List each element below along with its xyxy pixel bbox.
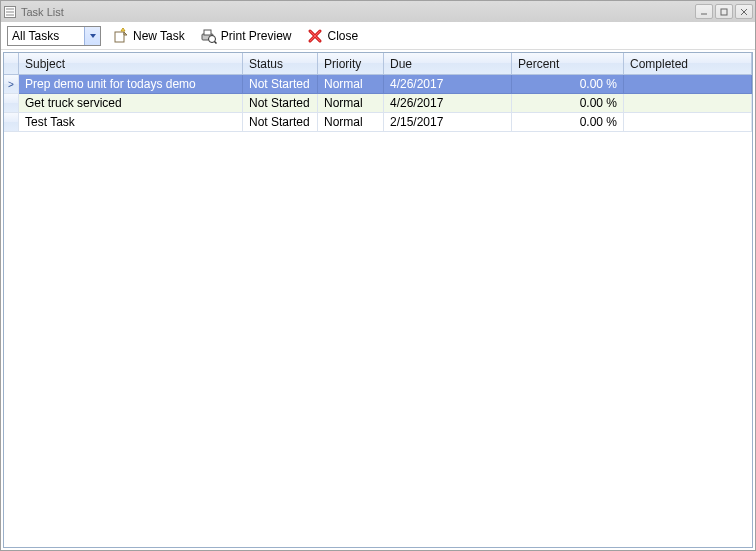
cell-percent: 0.00 % — [512, 94, 624, 113]
svg-rect-13 — [204, 30, 211, 35]
new-task-icon — [113, 28, 129, 44]
cell-percent: 0.00 % — [512, 75, 624, 94]
window-controls — [695, 4, 753, 19]
svg-point-14 — [208, 35, 215, 42]
svg-rect-5 — [721, 9, 727, 15]
column-percent[interactable]: Percent — [512, 53, 624, 74]
cell-priority: Normal — [318, 113, 384, 132]
print-preview-icon — [201, 28, 217, 44]
column-priority[interactable]: Priority — [318, 53, 384, 74]
filter-combobox[interactable]: All Tasks — [7, 26, 101, 46]
column-status[interactable]: Status — [243, 53, 318, 74]
cell-priority: Normal — [318, 75, 384, 94]
toolbar: All Tasks New Task — [1, 22, 755, 50]
svg-line-15 — [214, 41, 216, 43]
window-title: Task List — [21, 6, 695, 18]
svg-marker-10 — [124, 32, 127, 35]
titlebar: Task List — [1, 1, 755, 22]
cell-status: Not Started — [243, 94, 318, 113]
filter-combobox-text: All Tasks — [8, 29, 84, 43]
column-completed[interactable]: Completed — [624, 53, 752, 74]
print-preview-label: Print Preview — [221, 29, 292, 43]
grid-body[interactable]: >Prep demo unit for todays demoNot Start… — [4, 75, 752, 547]
column-indicator[interactable] — [4, 53, 19, 74]
svg-marker-11 — [121, 28, 125, 31]
cell-status: Not Started — [243, 75, 318, 94]
table-row[interactable]: >Prep demo unit for todays demoNot Start… — [4, 75, 752, 94]
close-button[interactable]: Close — [303, 25, 362, 47]
cell-completed — [624, 113, 752, 132]
app-icon — [3, 5, 17, 19]
new-task-button[interactable]: New Task — [109, 25, 189, 47]
cell-due: 2/15/2017 — [384, 113, 512, 132]
cell-priority: Normal — [318, 94, 384, 113]
svg-marker-8 — [90, 34, 96, 38]
row-indicator: > — [4, 75, 19, 94]
minimize-button[interactable] — [695, 4, 713, 19]
cell-due: 4/26/2017 — [384, 75, 512, 94]
cell-subject: Test Task — [19, 113, 243, 132]
task-list-window: Task List All Tasks — [0, 0, 756, 551]
close-label: Close — [327, 29, 358, 43]
close-window-button[interactable] — [735, 4, 753, 19]
row-indicator — [4, 94, 19, 113]
cell-due: 4/26/2017 — [384, 94, 512, 113]
cell-percent: 0.00 % — [512, 113, 624, 132]
row-indicator — [4, 113, 19, 132]
cell-completed — [624, 75, 752, 94]
cell-subject: Prep demo unit for todays demo — [19, 75, 243, 94]
print-preview-button[interactable]: Print Preview — [197, 25, 296, 47]
new-task-label: New Task — [133, 29, 185, 43]
cell-subject: Get truck serviced — [19, 94, 243, 113]
task-grid: Subject Status Priority Due Percent Comp… — [3, 52, 753, 548]
table-row[interactable]: Test TaskNot StartedNormal2/15/20170.00 … — [4, 113, 752, 132]
column-subject[interactable]: Subject — [19, 53, 243, 74]
column-due[interactable]: Due — [384, 53, 512, 74]
close-icon — [307, 28, 323, 44]
cell-completed — [624, 94, 752, 113]
svg-rect-9 — [115, 32, 124, 42]
table-row[interactable]: Get truck servicedNot StartedNormal4/26/… — [4, 94, 752, 113]
chevron-down-icon — [84, 27, 100, 45]
maximize-button[interactable] — [715, 4, 733, 19]
cell-status: Not Started — [243, 113, 318, 132]
grid-header: Subject Status Priority Due Percent Comp… — [4, 53, 752, 75]
